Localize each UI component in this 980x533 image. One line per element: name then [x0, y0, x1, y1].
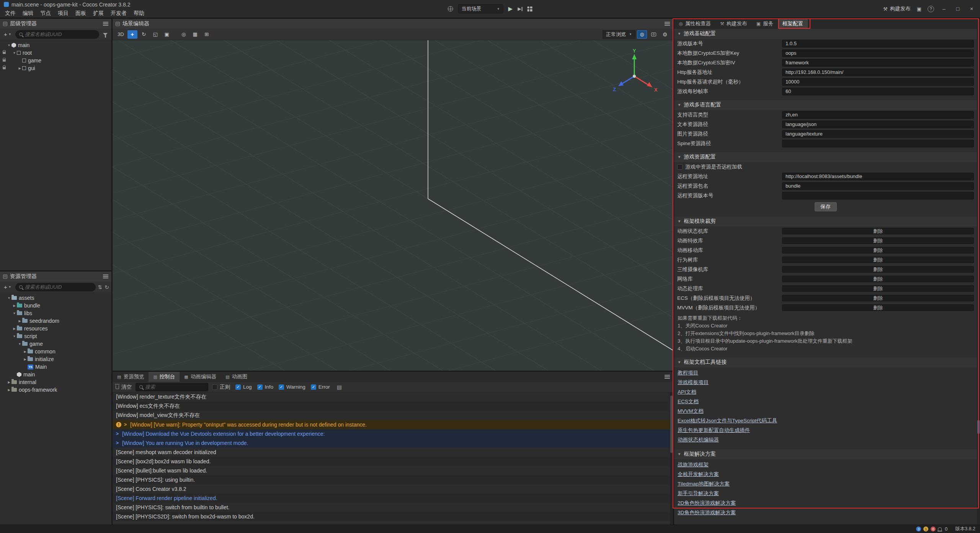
pivot-toggle-button[interactable] [179, 30, 189, 39]
console-tab-控制台[interactable]: ▥控制台 [149, 372, 180, 382]
view-mode-dropdown[interactable]: 正常浏览 ▼ [603, 30, 635, 39]
log-row-12[interactable]: [Scene] Forward render pipeline initiali… [113, 494, 670, 503]
lock-icon[interactable] [3, 52, 6, 54]
console-tab-动画编辑器[interactable]: ▦动画编辑器 [180, 372, 221, 382]
refresh-icon[interactable]: ↻ [105, 284, 109, 290]
asset-node-assets[interactable]: ▼assets [0, 294, 111, 302]
log-expand-icon[interactable]: > [116, 431, 119, 437]
step-button[interactable] [518, 6, 522, 11]
log-row-5[interactable]: >[Window] Download the Vue Devtools exte… [113, 429, 670, 438]
layout-grid-icon[interactable] [527, 7, 532, 11]
filter-checkbox-error[interactable]: ✓ [311, 384, 316, 390]
scene-selector-dropdown[interactable]: 当前场景 ▼ [458, 4, 503, 13]
solution-link-6[interactable]: 3D角色扮演游戏解决方案 [678, 508, 736, 517]
section-header-modules[interactable]: ▼ 框架模块裁剪 [674, 216, 977, 226]
camera-view-button[interactable] [648, 30, 658, 39]
doc-link-5[interactable]: MVVM文档 [678, 406, 704, 416]
doc-link-8[interactable]: 动画状态机编辑器 [678, 435, 719, 445]
mode-3d-button[interactable]: 3D [116, 30, 126, 39]
snap-toggle-button[interactable] [202, 30, 212, 39]
scrollbar-thumb[interactable] [670, 396, 673, 453]
asset-node-Main[interactable]: TSMain [0, 363, 111, 371]
console-tab-动画图[interactable]: ▧动画图 [221, 372, 252, 382]
expand-arrow-icon[interactable]: ▼ [17, 342, 22, 346]
hierarchy-node-game[interactable]: game [0, 57, 111, 64]
screenshot-icon[interactable]: ▣ [917, 6, 921, 12]
lock-icon[interactable] [3, 67, 6, 69]
notification-bell-icon[interactable] [938, 527, 942, 531]
log-row-9[interactable]: [Scene] [bullet]:bullet wasm lib loaded. [113, 466, 670, 475]
save-button[interactable]: 保存 [815, 202, 837, 211]
asset-node-bundle[interactable]: ▶bundle [0, 302, 111, 309]
doc-link-1[interactable]: 教程项目 [678, 368, 698, 378]
menu-item-2[interactable]: 编辑 [19, 9, 37, 17]
expand-arrow-icon[interactable]: ▶ [17, 319, 22, 323]
rect-tool-button[interactable] [162, 30, 172, 39]
expand-arrow-icon[interactable]: ▶ [7, 388, 11, 392]
rotate-tool-button[interactable] [139, 30, 149, 39]
basic-field-input-4[interactable] [782, 69, 974, 76]
doc-link-4[interactable]: ECS文档 [678, 397, 699, 406]
doc-link-3[interactable]: API文档 [678, 387, 696, 397]
log-row-13[interactable]: [Scene] [PHYSICS]: switch from builtin t… [113, 503, 670, 512]
log-row-3[interactable]: [Window] model_view文件夹不存在 [113, 411, 670, 420]
console-search-input[interactable] [145, 384, 204, 390]
basic-field-input-6[interactable] [782, 88, 974, 95]
log-row-2[interactable]: [Window] ecs文件夹不存在 [113, 402, 670, 411]
add-asset-button[interactable]: +▼ [2, 284, 13, 290]
assets-menu-icon[interactable] [103, 275, 108, 278]
regex-checkbox[interactable] [212, 384, 217, 390]
asset-node-seedrandom[interactable]: ▶seedrandom [0, 317, 111, 325]
hierarchy-node-root[interactable]: ▼root [0, 49, 111, 57]
solution-link-3[interactable]: Tiledmap地图解决方案 [678, 479, 730, 489]
section-header-docs[interactable]: ▼ 框架文档工具链接 [674, 357, 977, 367]
solution-link-1[interactable]: 战旗游戏框架 [678, 460, 709, 469]
asset-node-libs[interactable]: ▼libs [0, 309, 111, 317]
expand-arrow-icon[interactable]: ▼ [12, 312, 17, 315]
scene-viewport[interactable]: YXZ [113, 40, 673, 371]
section-header-basic[interactable]: ▼ 游戏基础配置 [674, 29, 977, 39]
filter-icon[interactable] [103, 33, 108, 36]
minimize-button[interactable]: – [940, 6, 948, 12]
expand-arrow-icon[interactable]: ▼ [12, 51, 17, 55]
light-toggle-button[interactable] [637, 30, 647, 39]
doc-link-2[interactable]: 游戏模板项目 [678, 378, 709, 387]
build-publish-button[interactable]: ⚒ 构建发布 [883, 5, 911, 12]
asset-node-main[interactable]: main [0, 371, 111, 378]
export-log-icon[interactable]: ▤ [337, 384, 342, 390]
console-tab-资源预览[interactable]: ▤资源预览 [113, 372, 149, 382]
error-count-icon[interactable]: 0 [931, 526, 936, 531]
scene-menu-icon[interactable] [665, 22, 670, 26]
expand-arrow-icon[interactable]: ▼ [7, 44, 11, 47]
play-button[interactable]: ▶ [508, 5, 513, 12]
asset-node-initialize[interactable]: ▶initialize [0, 355, 111, 363]
asset-node-internal[interactable]: ▶internal [0, 378, 111, 386]
expand-arrow-icon[interactable]: ▶ [7, 381, 11, 384]
lock-icon[interactable] [3, 59, 6, 62]
solution-link-5[interactable]: 2D角色扮演游戏解决方案 [678, 498, 736, 508]
language-field-input-3[interactable] [782, 130, 974, 138]
module-delete-button[interactable]: 删除 [782, 295, 974, 301]
doc-link-7[interactable]: 原生包热更新配置自动生成插件 [678, 425, 750, 435]
resource-field-input-3[interactable] [782, 192, 974, 199]
inspector-tab-框架配置[interactable]: 框架配置 [778, 19, 808, 29]
module-delete-button[interactable]: 删除 [782, 257, 974, 263]
module-delete-button[interactable]: 删除 [782, 276, 974, 282]
hierarchy-node-gui[interactable]: ▶gui [0, 64, 111, 72]
move-tool-button[interactable] [127, 30, 137, 39]
assets-search-input[interactable] [25, 284, 92, 290]
scrollbar-thumb[interactable] [977, 420, 980, 434]
solution-link-2[interactable]: 全栈开发解决方案 [678, 469, 719, 479]
expand-arrow-icon[interactable]: ▶ [17, 67, 22, 70]
filter-checkbox-log[interactable]: ✓ [235, 384, 241, 390]
resource-field-input-1[interactable] [782, 173, 974, 180]
log-expand-icon[interactable]: > [116, 440, 119, 446]
section-header-language[interactable]: ▼ 游戏多语言配置 [674, 100, 977, 110]
inspector-tab-服务[interactable]: ▣服务 [752, 19, 778, 29]
module-delete-button[interactable]: 删除 [782, 266, 974, 273]
console-menu-icon[interactable] [665, 375, 670, 379]
hierarchy-menu-icon[interactable] [103, 22, 108, 26]
module-delete-button[interactable]: 删除 [782, 237, 974, 244]
add-node-button[interactable]: +▼ [2, 31, 13, 38]
log-row-8[interactable]: [Scene] [box2d]:box2d wasm lib loaded. [113, 457, 670, 466]
